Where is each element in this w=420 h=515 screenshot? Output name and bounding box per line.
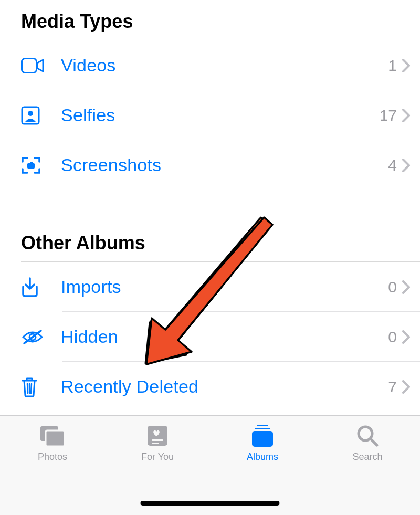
for-you-icon [146, 423, 169, 448]
chevron-right-icon [402, 380, 411, 394]
import-icon [21, 277, 47, 297]
row-videos[interactable]: Videos 1 [0, 40, 420, 90]
row-count: 17 [380, 107, 397, 124]
row-screenshots[interactable]: Screenshots 4 [0, 140, 420, 190]
row-label: Recently Deleted [47, 376, 388, 397]
tab-for-you[interactable]: For You [105, 423, 210, 463]
section-header-media-types: Media Types [0, 0, 420, 40]
row-count: 1 [388, 57, 397, 75]
row-count: 4 [388, 156, 397, 174]
tab-bar: Photos For You Albums [0, 415, 420, 515]
svg-rect-3 [27, 163, 35, 169]
tab-label: For You [141, 451, 174, 463]
tab-label: Albums [247, 451, 278, 463]
trash-icon [21, 376, 47, 397]
svg-point-2 [28, 111, 33, 116]
row-label: Videos [47, 55, 388, 76]
svg-rect-0 [22, 58, 37, 72]
tab-label: Search [352, 451, 382, 463]
albums-list: Media Types Videos 1 Selfies 17 [0, 0, 420, 412]
row-count: 0 [388, 328, 397, 346]
tab-label: Photos [38, 451, 67, 463]
hidden-icon [21, 329, 47, 345]
row-count: 7 [388, 378, 397, 396]
row-recently-deleted[interactable]: Recently Deleted 7 [0, 362, 420, 412]
svg-rect-20 [255, 428, 270, 429]
chevron-right-icon [402, 159, 411, 172]
chevron-right-icon [402, 109, 411, 122]
row-label: Selfies [47, 105, 380, 125]
svg-rect-4 [30, 162, 33, 164]
search-icon [356, 423, 379, 448]
selfie-icon [21, 106, 47, 125]
svg-line-23 [371, 439, 377, 445]
svg-rect-19 [257, 425, 268, 426]
tab-photos[interactable]: Photos [0, 423, 105, 463]
row-count: 0 [388, 278, 397, 296]
row-hidden[interactable]: Hidden 0 [0, 312, 420, 362]
chevron-right-icon [402, 280, 411, 294]
albums-icon [249, 423, 276, 448]
svg-rect-21 [252, 431, 273, 447]
svg-rect-15 [46, 430, 65, 446]
row-label: Screenshots [47, 155, 388, 175]
row-label: Hidden [47, 327, 388, 347]
home-indicator [141, 501, 280, 506]
tab-albums[interactable]: Albums [210, 423, 315, 463]
chevron-right-icon [402, 330, 411, 344]
svg-rect-18 [152, 443, 159, 444]
row-label: Imports [47, 277, 388, 297]
photos-icon [38, 423, 67, 448]
row-selfies[interactable]: Selfies 17 [0, 90, 420, 140]
chevron-right-icon [402, 59, 411, 72]
row-imports[interactable]: Imports 0 [0, 262, 420, 312]
tab-search[interactable]: Search [315, 423, 420, 463]
svg-rect-17 [152, 439, 163, 441]
svg-line-9 [31, 384, 32, 393]
section-header-other-albums: Other Albums [0, 190, 420, 261]
svg-line-7 [27, 384, 28, 393]
screenshot-icon [21, 155, 47, 175]
video-icon [21, 58, 47, 73]
